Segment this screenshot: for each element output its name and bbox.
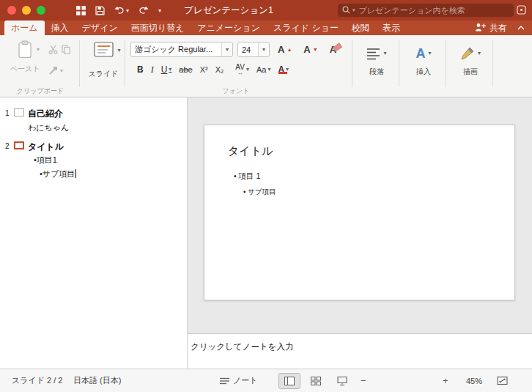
outline-slide-title[interactable]: タイトル (28, 141, 64, 153)
search-input[interactable] (358, 5, 509, 15)
draw-caret[interactable]: ▾ (478, 51, 481, 56)
tab-home[interactable]: ホーム (4, 21, 45, 35)
minimize-window-button[interactable] (22, 6, 31, 15)
character-spacing-caret[interactable]: ▾ (246, 67, 249, 73)
slide-title-text[interactable]: タイトル (228, 144, 273, 158)
titlebar-extra-icon[interactable] (517, 5, 526, 16)
powerpoint-window: ▾ ▾ プレゼンテーション1 ▾ ホーム 挿入 デザイン 画面切り替え アニメー… (0, 0, 532, 392)
slide-show-icon (337, 377, 347, 385)
font-size-value: 24 (238, 45, 258, 54)
text-cursor (75, 169, 76, 178)
redo-button[interactable] (138, 0, 149, 21)
paragraph-group-label: 段落 (369, 67, 384, 77)
group-separator (399, 40, 399, 87)
font-size-select[interactable]: 24 ▾ (237, 42, 270, 57)
cut-button[interactable] (48, 45, 58, 56)
paragraph-lines-icon (366, 48, 380, 60)
character-spacing-button[interactable]: AV↔ ▾ (232, 64, 253, 76)
tab-insert[interactable]: 挿入 (45, 21, 75, 35)
paste-label: ペースト (10, 64, 40, 74)
paste-button[interactable]: ▾ ペースト (7, 40, 43, 74)
insert-group-button[interactable]: A ▾ 挿入 (403, 44, 444, 77)
ribbon: ▾ ペースト ▾ クリップボード ▾ スライド 游ゴシック Re (0, 35, 532, 97)
format-painter-caret[interactable]: ▾ (60, 68, 63, 74)
undo-dropdown-caret[interactable]: ▾ (126, 7, 129, 14)
new-slide-caret[interactable]: ▾ (117, 48, 120, 53)
underline-caret[interactable]: ▾ (169, 67, 171, 73)
fit-to-window-icon (497, 376, 508, 385)
outline-slide-number: 2 (5, 142, 10, 150)
font-group-label: フォント (207, 86, 265, 96)
normal-view-icon (284, 377, 295, 385)
grow-font-button[interactable]: A▲ (274, 44, 295, 55)
copy-button[interactable] (62, 45, 70, 56)
slide-bullet-1[interactable]: • 項目 1 (234, 171, 260, 182)
slide-thumbnail-icon[interactable] (14, 108, 24, 117)
search-box[interactable]: ▾ (338, 4, 514, 17)
draw-group-button[interactable]: ▾ 描画 (450, 44, 491, 77)
new-slide-icon (94, 42, 114, 57)
outline-pane[interactable]: 1 自己紹介 わにちゃん 2 タイトル •項目1 •サブ項目 (0, 97, 188, 369)
font-name-value: 游ゴシック Regular... (131, 44, 221, 55)
format-painter-button[interactable]: ▾ (48, 66, 63, 75)
paste-dropdown-caret[interactable]: ▾ (37, 47, 40, 53)
tab-view[interactable]: 表示 (376, 21, 407, 35)
change-case-caret[interactable]: ▾ (267, 67, 270, 73)
outline-text-line[interactable]: わにちゃん (28, 122, 69, 133)
save-icon[interactable] (95, 0, 105, 21)
change-case-button[interactable]: Aa ▾ (253, 65, 274, 74)
close-window-button[interactable] (7, 6, 16, 15)
zoom-level[interactable]: 45% (466, 369, 482, 392)
language-indicator[interactable]: 日本語 (日本) (73, 369, 121, 392)
font-color-button[interactable]: A ▾ (274, 64, 292, 75)
insert-caret[interactable]: ▾ (428, 51, 431, 56)
new-slide-button[interactable]: ▾ スライド (85, 42, 122, 79)
grow-font-arrow-icon: ▲ (287, 47, 292, 52)
paragraph-group-button[interactable]: ▾ 段落 (356, 44, 397, 77)
insert-group-label: 挿入 (416, 67, 431, 77)
bold-button[interactable]: B (133, 64, 147, 75)
italic-button[interactable]: I (147, 64, 158, 75)
tab-design[interactable]: デザイン (75, 21, 125, 35)
tab-transitions[interactable]: 画面切り替え (125, 21, 191, 35)
share-button[interactable]: 共有 (470, 21, 517, 35)
tab-review[interactable]: 校閲 (345, 21, 376, 35)
slide-show-view-button[interactable] (331, 373, 353, 389)
slide-canvas[interactable]: タイトル • 項目 1 • サブ項目 (204, 125, 515, 300)
superscript-button[interactable]: X² (196, 65, 212, 74)
clear-formatting-button[interactable]: A (326, 44, 340, 55)
fullscreen-window-button[interactable] (37, 6, 45, 15)
fit-to-window-button[interactable] (497, 369, 508, 392)
notes-toggle-button[interactable]: ノート (220, 369, 258, 392)
normal-view-button[interactable] (278, 373, 300, 389)
group-separator (125, 40, 125, 87)
underline-button[interactable]: U▾ (158, 64, 176, 75)
notes-pane[interactable]: クリックしてノートを入力 (188, 333, 532, 369)
slide-counter: スライド 2 / 2 (12, 369, 63, 392)
collapse-ribbon-button[interactable] (517, 21, 532, 35)
font-name-caret[interactable]: ▾ (226, 47, 229, 53)
slide-bullet-2[interactable]: • サブ項目 (243, 188, 276, 197)
outline-slide-title[interactable]: 自己紹介 (28, 108, 63, 120)
outline-slide-number: 1 (5, 109, 10, 117)
font-name-select[interactable]: 游ゴシック Regular... ▾ (130, 42, 233, 57)
paintbrush-icon (460, 46, 475, 61)
subscript-button[interactable]: X₂ (212, 65, 228, 74)
strikethrough-button[interactable]: abe (175, 65, 196, 74)
tab-slide-show[interactable]: スライド ショー (267, 21, 345, 35)
slides-grid-icon[interactable] (76, 0, 86, 21)
outline-text-line[interactable]: •項目1 (34, 155, 57, 166)
font-size-caret[interactable]: ▾ (262, 47, 265, 53)
slide-sorter-view-button[interactable] (305, 373, 327, 389)
slide-thumbnail-icon-selected[interactable] (14, 141, 24, 149)
zoom-in-button[interactable]: + (443, 369, 448, 392)
zoom-out-button[interactable]: − (361, 369, 366, 392)
shrink-font-button[interactable]: A▼ (300, 44, 321, 55)
undo-button[interactable]: ▾ (114, 0, 129, 21)
slide-editing-area[interactable]: タイトル • 項目 1 • サブ項目 (188, 97, 532, 333)
tab-animations[interactable]: アニメーション (191, 21, 267, 35)
outline-text-line[interactable]: •サブ項目 (40, 169, 76, 180)
search-scope-caret[interactable]: ▾ (352, 7, 355, 13)
paragraph-caret[interactable]: ▾ (383, 51, 386, 56)
notes-placeholder[interactable]: クリックしてノートを入力 (191, 341, 293, 352)
